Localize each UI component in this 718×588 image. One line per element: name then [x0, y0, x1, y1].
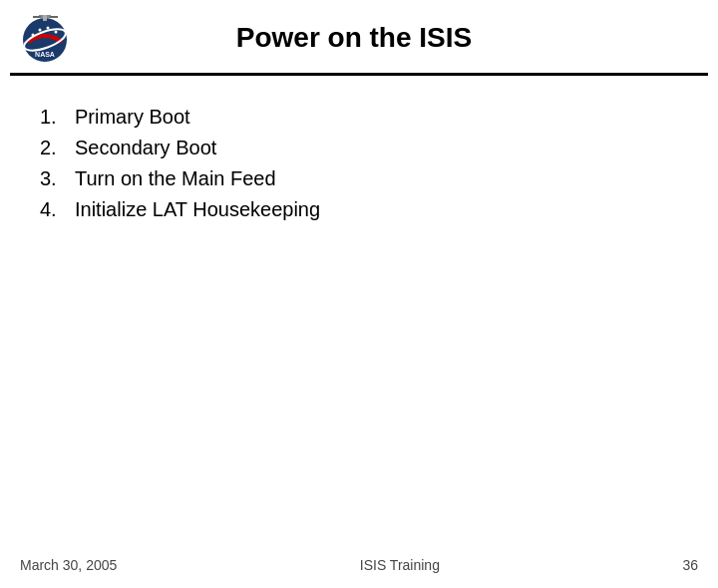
footer-page-number: 36 [682, 557, 698, 573]
slide-content: 1. Primary Boot 2. Secondary Boot 3. Tur… [0, 76, 718, 547]
svg-text:NASA: NASA [35, 51, 55, 58]
svg-point-3 [46, 27, 49, 30]
slide-title: Power on the ISIS [80, 22, 628, 54]
list-item: 3. Turn on the Main Feed [40, 167, 678, 190]
list-item-text: Initialize LAT Housekeeping [75, 198, 320, 221]
slide: NASA Power on the ISIS 1. Primary Boot 2… [0, 0, 718, 588]
slide-header: NASA Power on the ISIS [0, 0, 718, 73]
svg-rect-10 [50, 16, 58, 18]
list-item-text: Turn on the Main Feed [75, 167, 276, 190]
logo-area: NASA [10, 10, 80, 65]
list-number: 4. [40, 198, 65, 221]
nasa-logo-icon: NASA [18, 10, 73, 65]
list-number: 3. [40, 167, 65, 190]
footer-center-text: ISIS Training [360, 557, 440, 573]
svg-rect-8 [43, 15, 47, 21]
content-list: 1. Primary Boot 2. Secondary Boot 3. Tur… [40, 106, 678, 221]
svg-point-4 [54, 31, 57, 34]
list-number: 1. [40, 106, 65, 129]
list-item: 4. Initialize LAT Housekeeping [40, 198, 678, 221]
list-item-text: Secondary Boot [75, 137, 216, 159]
footer-date: March 30, 2005 [20, 557, 117, 573]
list-item: 1. Primary Boot [40, 106, 678, 129]
svg-point-2 [38, 29, 41, 32]
list-item-text: Primary Boot [75, 106, 190, 129]
list-item: 2. Secondary Boot [40, 137, 678, 159]
svg-rect-9 [33, 16, 41, 18]
title-area: Power on the ISIS [80, 22, 628, 54]
list-number: 2. [40, 137, 65, 159]
slide-footer: March 30, 2005 ISIS Training 36 [0, 547, 718, 588]
